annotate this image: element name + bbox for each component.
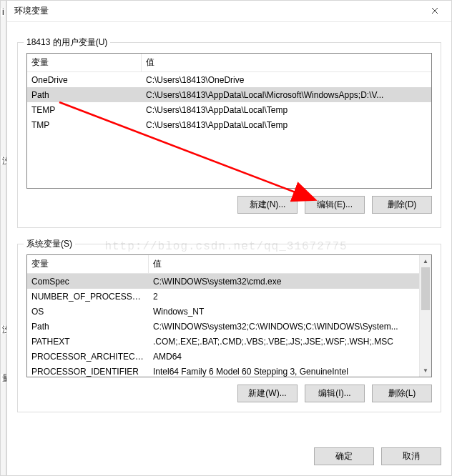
system-var-row[interactable]: ComSpec C:\WINDOWS\system32\cmd.exe bbox=[27, 274, 419, 289]
system-delete-button[interactable]: 删除(L) bbox=[372, 385, 432, 402]
left-crop-strip: i 没 没 量 bbox=[1, 1, 6, 475]
system-var-name: PROCESSOR_IDENTIFIER bbox=[27, 367, 149, 377]
dialog-body: 18413 的用户变量(U) 变量 值 OneDrive C:\Users\18… bbox=[7, 22, 451, 475]
user-var-name: TEMP bbox=[27, 105, 142, 115]
system-variables-list[interactable]: 变量 值 ComSpec C:\WINDOWS\system32\cmd.exe… bbox=[26, 254, 432, 377]
user-variables-list[interactable]: 变量 值 OneDrive C:\Users\18413\OneDrive Pa… bbox=[26, 53, 432, 189]
system-var-name: Path bbox=[27, 322, 149, 332]
user-var-name: TMP bbox=[27, 120, 142, 130]
system-variables-group: 系统变量(S) 变量 值 ComSpec C:\WINDOWS\system32… bbox=[17, 244, 441, 412]
user-new-button[interactable]: 新建(N)... bbox=[237, 196, 298, 214]
system-var-row[interactable]: PATHEXT .COM;.EXE;.BAT;.CMD;.VBS;.VBE;.J… bbox=[27, 334, 419, 349]
system-var-name: PROCESSOR_ARCHITECT... bbox=[27, 352, 149, 362]
system-list-scrollbar[interactable]: ▲ ▼ bbox=[419, 255, 431, 377]
system-var-value: Windows_NT bbox=[149, 307, 419, 317]
scroll-down-icon[interactable]: ▼ bbox=[420, 365, 431, 377]
system-var-name: OS bbox=[27, 307, 149, 317]
user-var-row[interactable]: OneDrive C:\Users\18413\OneDrive bbox=[27, 72, 431, 87]
scroll-thumb[interactable] bbox=[421, 267, 430, 310]
user-var-name: OneDrive bbox=[27, 75, 142, 85]
system-var-value: C:\WINDOWS\system32\cmd.exe bbox=[149, 277, 419, 287]
user-var-row[interactable]: TMP C:\Users\18413\AppData\Local\Temp bbox=[27, 117, 431, 132]
system-var-value: Intel64 Family 6 Model 60 Stepping 3, Ge… bbox=[149, 367, 419, 377]
close-icon bbox=[431, 6, 438, 16]
title-bar: 环境变量 bbox=[7, 1, 451, 22]
user-header-variable[interactable]: 变量 bbox=[27, 54, 142, 71]
system-var-row[interactable]: Path C:\WINDOWS\system32;C:\WINDOWS;C:\W… bbox=[27, 319, 419, 334]
system-edit-button[interactable]: 编辑(I)... bbox=[305, 385, 365, 402]
system-var-name: PATHEXT bbox=[27, 337, 149, 347]
cancel-button[interactable]: 取消 bbox=[381, 447, 441, 465]
system-button-row: 新建(W)... 编辑(I)... 删除(L) bbox=[26, 385, 432, 402]
system-var-row[interactable]: PROCESSOR_IDENTIFIER Intel64 Family 6 Mo… bbox=[27, 364, 419, 377]
left-fragment: i bbox=[1, 8, 4, 16]
user-var-value: C:\Users\18413\OneDrive bbox=[142, 75, 431, 85]
window-frame: i 没 没 量 环境变量 18413 的用户变量(U) 变量 值 bbox=[0, 0, 452, 476]
user-edit-button[interactable]: 编辑(E)... bbox=[305, 196, 365, 214]
system-var-value: AMD64 bbox=[149, 352, 419, 362]
system-var-row[interactable]: OS Windows_NT bbox=[27, 304, 419, 319]
user-var-name: Path bbox=[27, 90, 142, 100]
system-var-row[interactable]: NUMBER_OF_PROCESSORS 2 bbox=[27, 289, 419, 304]
dialog-button-row: 确定 取消 bbox=[314, 447, 441, 465]
system-var-value: C:\WINDOWS\system32;C:\WINDOWS;C:\WINDOW… bbox=[149, 322, 419, 332]
window-title: 环境变量 bbox=[14, 5, 49, 17]
system-var-name: ComSpec bbox=[27, 277, 149, 287]
user-list-header: 变量 值 bbox=[27, 54, 431, 72]
system-header-value[interactable]: 值 bbox=[149, 255, 419, 273]
ok-button[interactable]: 确定 bbox=[314, 447, 374, 465]
user-var-value: C:\Users\18413\AppData\Local\Temp bbox=[142, 105, 431, 115]
user-var-row[interactable]: Path C:\Users\18413\AppData\Local\Micros… bbox=[27, 87, 431, 102]
system-var-value: 2 bbox=[149, 292, 419, 302]
system-list-body: ComSpec C:\WINDOWS\system32\cmd.exe NUMB… bbox=[27, 274, 419, 377]
window-close-button[interactable] bbox=[418, 1, 451, 22]
system-var-row[interactable]: PROCESSOR_ARCHITECT... AMD64 bbox=[27, 349, 419, 364]
system-var-value: .COM;.EXE;.BAT;.CMD;.VBS;.VBE;.JS;.JSE;.… bbox=[149, 337, 419, 347]
user-var-value: C:\Users\18413\AppData\Local\Temp bbox=[142, 120, 431, 130]
system-new-button[interactable]: 新建(W)... bbox=[237, 385, 298, 402]
user-group-label: 18413 的用户变量(U) bbox=[24, 36, 110, 49]
user-header-value[interactable]: 值 bbox=[142, 54, 431, 71]
system-header-variable[interactable]: 变量 bbox=[27, 255, 149, 273]
user-variables-group: 18413 的用户变量(U) 变量 值 OneDrive C:\Users\18… bbox=[17, 42, 441, 228]
scroll-up-icon[interactable]: ▲ bbox=[420, 255, 431, 267]
user-list-body: OneDrive C:\Users\18413\OneDrive Path C:… bbox=[27, 72, 431, 132]
user-var-value: C:\Users\18413\AppData\Local\Microsoft\W… bbox=[142, 90, 431, 100]
system-list-header: 变量 值 bbox=[27, 255, 419, 274]
user-delete-button[interactable]: 删除(D) bbox=[372, 196, 432, 214]
scroll-track[interactable] bbox=[420, 267, 431, 365]
system-group-label: 系统变量(S) bbox=[24, 238, 75, 250]
user-button-row: 新建(N)... 编辑(E)... 删除(D) bbox=[26, 196, 432, 214]
user-var-row[interactable]: TEMP C:\Users\18413\AppData\Local\Temp bbox=[27, 102, 431, 117]
system-var-name: NUMBER_OF_PROCESSORS bbox=[27, 292, 149, 302]
